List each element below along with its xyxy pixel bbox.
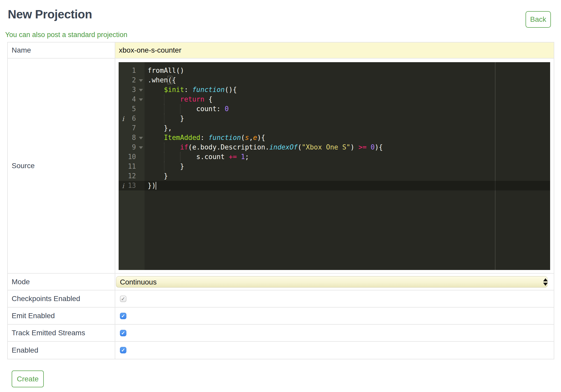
page-title: New Projection (8, 7, 561, 21)
gutter-line-number: 5 (119, 104, 145, 114)
fold-arrow-icon[interactable] (139, 98, 143, 101)
code-line: fromAll() (148, 66, 550, 75)
code-line: }) (148, 181, 550, 190)
info-annotation-icon: i (122, 114, 124, 124)
code-line: $init: function(){ (148, 85, 550, 95)
table-row-enabled: Enabled✓ (8, 342, 554, 359)
table-row-name: Name (8, 42, 554, 59)
checkmark-icon: ✓ (121, 331, 125, 336)
gutter-line-number: 11 (119, 162, 145, 171)
row-label: Emit Enabled (8, 308, 115, 324)
mode-select-value: Continuous (120, 278, 157, 286)
table-row-checkpoints-enabled: Checkpoints Enabled✓ (8, 290, 554, 308)
indent-guide (164, 162, 164, 171)
code-line: ItemAdded: function(s,e){ (148, 133, 550, 142)
indent-guide (164, 104, 164, 114)
gutter-line-number: 7 (119, 123, 145, 133)
gutter-line-number: 12 (119, 171, 145, 181)
code-line: count: 0 (148, 104, 550, 114)
projection-form: Name Source 123456i78910111213i fromAll(… (7, 42, 554, 359)
table-row-emit-enabled: Emit Enabled✓ (8, 308, 554, 325)
enabled-checkbox[interactable]: ✓ (120, 347, 126, 353)
back-button[interactable]: Back (526, 11, 551, 28)
editor-code[interactable]: fromAll().when({ $init: function(){ retu… (145, 62, 550, 270)
gutter-line-number: 2 (119, 75, 145, 85)
table-row-track-emitted-streams: Track Emitted Streams✓ (8, 325, 554, 342)
info-annotation-icon: i (122, 181, 124, 191)
gutter-line-number: 10 (119, 152, 145, 162)
checkmark-icon: ✓ (121, 313, 125, 318)
indent-guide (164, 114, 164, 123)
indent-guide (164, 152, 164, 162)
code-line: .when({ (148, 75, 550, 85)
indent-guide (180, 152, 181, 162)
track-emitted-streams-checkbox[interactable]: ✓ (120, 330, 126, 336)
name-input[interactable] (115, 42, 554, 58)
standard-projection-link[interactable]: You can also post a standard projection (5, 31, 127, 39)
create-button[interactable]: Create (12, 370, 44, 387)
checkmark-icon: ✓ (121, 296, 125, 301)
mode-label: Mode (8, 274, 115, 290)
page-header: New Projection Back (0, 7, 561, 21)
gutter-line-number: 8 (119, 133, 145, 142)
table-row-mode: Mode Continuous (8, 274, 554, 290)
indent-guide (180, 104, 181, 114)
table-row-source: Source 123456i78910111213i fromAll().whe… (8, 59, 554, 274)
checkpoints-enabled-checkbox: ✓ (120, 296, 126, 302)
fold-arrow-icon[interactable] (139, 79, 143, 82)
editor-gutter: 123456i78910111213i (119, 62, 145, 270)
mode-select[interactable]: Continuous (116, 276, 548, 288)
checkmark-icon: ✓ (121, 348, 125, 353)
fold-arrow-icon[interactable] (139, 146, 143, 149)
source-code-editor[interactable]: 123456i78910111213i fromAll().when({ $in… (119, 62, 550, 270)
code-line: } (148, 171, 550, 181)
gutter-line-number: 9 (119, 142, 145, 152)
code-line: if(e.body.Description.indexOf("Xbox One … (148, 142, 550, 152)
indent-guide (164, 142, 164, 152)
code-line: }, (148, 123, 550, 133)
fold-arrow-icon[interactable] (139, 137, 143, 139)
code-line: s.count += 1; (148, 152, 550, 162)
row-label: Track Emitted Streams (8, 325, 115, 341)
row-label: Enabled (8, 342, 115, 359)
gutter-line-number: 1 (119, 66, 145, 75)
text-cursor (156, 182, 156, 190)
source-label: Source (8, 59, 115, 273)
code-line: } (148, 162, 550, 171)
emit-enabled-checkbox[interactable]: ✓ (120, 313, 126, 319)
code-line: return { (148, 95, 550, 104)
code-line: } (148, 114, 550, 123)
fold-arrow-icon[interactable] (139, 89, 143, 91)
gutter-line-number: 6i (119, 114, 145, 123)
gutter-line-number: 13i (119, 181, 145, 190)
indent-guide (164, 95, 164, 104)
row-label: Checkpoints Enabled (8, 290, 115, 307)
name-label: Name (8, 42, 115, 58)
gutter-line-number: 3 (119, 85, 145, 95)
gutter-line-number: 4 (119, 95, 145, 104)
